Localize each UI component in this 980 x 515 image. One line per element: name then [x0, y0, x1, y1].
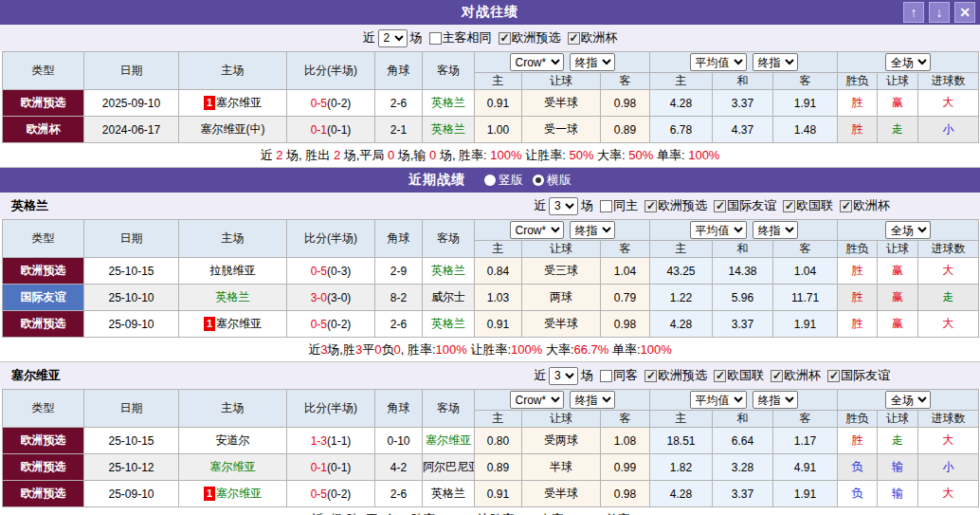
team0-filter-checkbox-0[interactable]	[600, 200, 612, 212]
team1-handicap-result-cell: 走	[878, 428, 918, 454]
team0-match-count-select[interactable]: 3	[549, 197, 578, 215]
team0-summary-segment: 100%	[511, 342, 542, 357]
team0-summary-segment: 100%	[436, 342, 467, 357]
h2h-col-header: 客场	[423, 52, 475, 90]
team1-filter-checkbox-1[interactable]	[644, 370, 657, 382]
team1-avg-stage-select[interactable]: 终指	[753, 391, 798, 409]
h2h-odds-stage-select[interactable]: 终指	[570, 53, 615, 71]
layout-radio-group: 竖版横版	[475, 172, 572, 189]
move-up-button[interactable]: ↑	[903, 2, 924, 23]
away-team-name: 英格兰	[431, 96, 465, 109]
team0-bookmaker-select[interactable]: Crow*	[510, 221, 564, 239]
close-button[interactable]: ✕	[954, 2, 975, 23]
team0-type-cell: 国际友谊	[3, 285, 84, 311]
team0-filter-checkbox-4[interactable]	[840, 200, 852, 212]
team0-avg-home-cell: 43.25	[650, 258, 713, 285]
team1-sub-header: 进球数	[918, 411, 979, 428]
team1-avg-draw-cell: 3.37	[713, 481, 773, 507]
team0-sub-header: 胜负	[838, 241, 878, 258]
team1-filter-checkbox-4[interactable]	[827, 370, 840, 382]
team0-scope-select[interactable]: 全场	[885, 221, 931, 239]
layout-radio-0[interactable]	[484, 175, 496, 186]
h2h-filter-checkbox-2[interactable]	[568, 32, 580, 45]
team1-scope-select[interactable]: 全场	[885, 391, 931, 409]
h2h-filter-row: 近2场主客相同欧洲预选欧洲杯	[0, 25, 980, 51]
team0-filter-option: 欧洲预选	[644, 197, 707, 214]
team0-avg-home-cell: 4.28	[650, 311, 713, 338]
h2h-sub-header: 进球数	[918, 73, 979, 90]
team1-bookmaker-select[interactable]: Crow*	[510, 391, 564, 409]
team1-sub-header: 胜负	[838, 411, 878, 428]
h2h-select-group: Crow*终指	[475, 52, 650, 73]
h2h-sub-header: 客	[601, 73, 650, 90]
h2h-filter-checkbox-0[interactable]	[429, 32, 442, 45]
team0-col-header: 日期	[84, 220, 179, 258]
away-team-name: 英格兰	[431, 317, 465, 330]
team1-filter-checkbox-2[interactable]	[714, 370, 726, 382]
team1-type-cell: 欧洲预选	[3, 481, 84, 507]
move-down-button[interactable]: ↓	[929, 2, 950, 23]
layout-radio-1[interactable]	[533, 175, 544, 186]
h2h-sub-header: 让球	[878, 73, 918, 90]
team1-type-cell: 欧洲预选	[3, 428, 84, 454]
h2h-avg-stage-select[interactable]: 终指	[753, 53, 798, 71]
team0-summary-segment: 负	[381, 342, 393, 357]
team1-col-header: 比分(半场)	[287, 390, 375, 428]
team1-table-section: 类型日期主场比分(半场)角球客场Crow*终指平均值终指全场主让球客主和客胜负让…	[0, 389, 980, 507]
h2h-col-header: 角球	[375, 52, 423, 90]
team1-corners-cell: 2-6	[375, 481, 423, 507]
h2h-filter-option: 主客相同	[429, 29, 492, 46]
team0-odds-stage-select[interactable]: 终指	[570, 221, 615, 239]
h2h-filter-checkbox-1[interactable]	[499, 32, 511, 45]
h2h-away-odds-cell: 0.98	[601, 90, 650, 117]
h2h-table: 类型日期主场比分(半场)角球客场Crow*终指平均值终指全场主让球客主和客胜负让…	[2, 51, 979, 143]
team1-sub-header: 主	[650, 411, 713, 428]
team0-avg-stage-select[interactable]: 终指	[753, 221, 798, 239]
h2h-match-count-select[interactable]: 2	[378, 29, 408, 47]
team1-average-select[interactable]: 平均值	[690, 391, 747, 409]
team0-filter-checkbox-1[interactable]	[644, 200, 657, 212]
h2h-handicap-result-cell: 赢	[878, 90, 918, 117]
team0-filter-option: 国际友谊	[714, 197, 776, 214]
home-team-name: 塞尔维亚	[216, 96, 262, 109]
team0-filter-checkbox-2[interactable]	[714, 200, 726, 212]
team1-handicap-cell: 受两球	[522, 428, 601, 454]
team0-average-select[interactable]: 平均值	[690, 221, 747, 239]
h2h-summary-segment: 场, 胜率:	[436, 148, 490, 162]
h2h-away-team-cell: 英格兰	[423, 90, 475, 117]
team0-handicap-result-cell: 赢	[878, 285, 918, 311]
team1-away-odds-cell: 1.08	[601, 428, 650, 454]
layout-radio-label: 横版	[547, 172, 572, 189]
team0-corners-cell: 2-6	[375, 311, 423, 338]
team1-odds-stage-select[interactable]: 终指	[570, 391, 615, 409]
h2h-summary-segment: 场,平局	[340, 148, 388, 162]
team0-filter-checkbox-3[interactable]	[783, 200, 795, 212]
h2h-scope-select[interactable]: 全场	[885, 53, 931, 71]
team1-goals-result-cell: 大	[918, 481, 979, 507]
home-team-name: 安道尔	[216, 433, 250, 447]
h2h-goals-result-cell: 小	[918, 117, 979, 143]
team1-filter-checkbox-0[interactable]	[600, 370, 612, 382]
h2h-avg-home-cell: 6.78	[650, 117, 713, 143]
team1-sub-header: 客	[601, 411, 650, 428]
team0-corners-cell: 8-2	[375, 285, 423, 311]
home-team-name: 英格兰	[216, 290, 250, 303]
team0-sub-header: 让球	[878, 241, 918, 258]
team0-handicap-result-cell: 赢	[878, 258, 918, 285]
team0-filter-option: 同主	[600, 197, 638, 214]
h2h-win-loss-result-cell: 胜	[838, 117, 878, 143]
h2h-average-select[interactable]: 平均值	[690, 53, 747, 71]
h2h-away-team-cell: 英格兰	[423, 117, 475, 143]
team1-away-team-cell: 阿尔巴尼亚	[423, 454, 475, 481]
team1-home-odds-cell: 0.91	[475, 481, 522, 507]
team1-filter-option: 同客	[600, 367, 638, 384]
home-team-name: 塞尔维亚	[210, 460, 256, 473]
h2h-bookmaker-select[interactable]: Crow*	[510, 53, 564, 71]
away-team-name: 英格兰	[431, 264, 465, 277]
team1-filter-option: 欧洲杯	[771, 367, 821, 384]
team1-match-count-select[interactable]: 3	[549, 367, 578, 385]
team0-filter-label: 同主	[613, 197, 638, 214]
team0-handicap-cell: 受半球	[522, 311, 601, 338]
team1-summary-segment: 负	[385, 512, 397, 515]
team1-filter-checkbox-3[interactable]	[771, 370, 783, 382]
